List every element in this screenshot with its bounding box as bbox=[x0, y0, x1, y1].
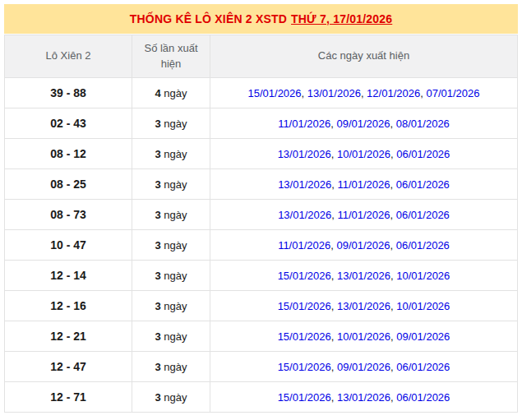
date-link[interactable]: 06/01/2026 bbox=[396, 178, 450, 191]
date-link[interactable]: 11/01/2026 bbox=[278, 118, 330, 130]
count-cell: 3 ngày bbox=[132, 108, 210, 139]
pair-cell: 10 - 47 bbox=[5, 230, 132, 261]
table-row: 08 - 73 3 ngày 13/01/2026, 11/01/2026, 0… bbox=[5, 200, 518, 230]
dates-cell: 15/01/2026, 13/01/2026, 12/01/2026, 07/0… bbox=[210, 78, 518, 108]
count-cell: 3 ngày bbox=[132, 382, 210, 413]
pair-cell: 12 - 16 bbox=[5, 291, 132, 321]
dates-cell: 13/01/2026, 11/01/2026, 06/01/2026 bbox=[210, 169, 518, 200]
date-link[interactable]: 11/01/2026 bbox=[337, 209, 390, 221]
date-link[interactable]: 09/01/2026 bbox=[336, 118, 390, 130]
date-link[interactable]: 09/01/2026 bbox=[396, 330, 450, 343]
date-link[interactable]: 13/01/2026 bbox=[278, 178, 331, 191]
date-link[interactable]: 13/01/2026 bbox=[307, 87, 361, 99]
dates-cell: 15/01/2026, 13/01/2026, 10/01/2026 bbox=[210, 291, 518, 321]
pair-cell: 39 - 88 bbox=[5, 78, 132, 108]
count-cell: 3 ngày bbox=[132, 291, 210, 321]
table-row: 10 - 47 3 ngày 11/01/2026, 09/01/2026, 0… bbox=[5, 230, 518, 261]
date-link[interactable]: 10/01/2026 bbox=[396, 270, 450, 282]
date-link[interactable]: 10/01/2026 bbox=[337, 148, 390, 160]
date-link[interactable]: 08/01/2026 bbox=[396, 118, 450, 130]
table-row: 12 - 21 3 ngày 15/01/2026, 10/01/2026, 0… bbox=[5, 321, 518, 352]
table-header-row: Lô Xiên 2 Số lần xuất hiện Các ngày xuất… bbox=[5, 35, 518, 78]
table-row: 12 - 14 3 ngày 15/01/2026, 13/01/2026, 1… bbox=[5, 261, 518, 291]
count-cell: 4 ngày bbox=[132, 78, 210, 108]
title-date-link[interactable]: THỨ 7, 17/01/2026 bbox=[291, 12, 392, 25]
pair-cell: 12 - 14 bbox=[5, 261, 132, 291]
dates-cell: 15/01/2026, 09/01/2026, 06/01/2026 bbox=[210, 352, 518, 382]
dates-cell: 13/01/2026, 11/01/2026, 06/01/2026 bbox=[210, 200, 518, 230]
date-link[interactable]: 06/01/2026 bbox=[396, 391, 450, 404]
table-row: 08 - 12 3 ngày 13/01/2026, 10/01/2026, 0… bbox=[5, 139, 518, 169]
date-link[interactable]: 13/01/2026 bbox=[278, 148, 331, 160]
date-link[interactable]: 09/01/2026 bbox=[336, 239, 390, 252]
page-title: THỐNG KÊ LÔ XIÊN 2 XSTDTHỨ 7, 17/01/2026 bbox=[4, 4, 518, 34]
page: THỐNG KÊ LÔ XIÊN 2 XSTDTHỨ 7, 17/01/2026… bbox=[0, 0, 522, 420]
date-link[interactable]: 13/01/2026 bbox=[337, 391, 390, 404]
date-link[interactable]: 11/01/2026 bbox=[278, 239, 330, 252]
count-cell: 3 ngày bbox=[132, 230, 210, 261]
dates-cell: 15/01/2026, 13/01/2026, 06/01/2026 bbox=[210, 382, 518, 413]
table-row: 12 - 47 3 ngày 15/01/2026, 09/01/2026, 0… bbox=[5, 352, 518, 382]
count-cell: 3 ngày bbox=[132, 139, 210, 169]
date-link[interactable]: 15/01/2026 bbox=[247, 87, 301, 99]
count-cell: 3 ngày bbox=[132, 261, 210, 291]
table-row: 12 - 71 3 ngày 15/01/2026, 13/01/2026, 0… bbox=[5, 382, 518, 413]
dates-cell: 15/01/2026, 10/01/2026, 09/01/2026 bbox=[210, 321, 518, 352]
date-link[interactable]: 11/01/2026 bbox=[337, 178, 390, 191]
date-link[interactable]: 10/01/2026 bbox=[396, 300, 450, 312]
date-link[interactable]: 15/01/2026 bbox=[278, 270, 331, 282]
pair-cell: 12 - 71 bbox=[5, 382, 132, 413]
date-link[interactable]: 06/01/2026 bbox=[396, 239, 450, 252]
date-link[interactable]: 07/01/2026 bbox=[426, 87, 479, 99]
date-link[interactable]: 13/01/2026 bbox=[278, 209, 331, 221]
date-link[interactable]: 13/01/2026 bbox=[337, 270, 390, 282]
date-link[interactable]: 12/01/2026 bbox=[367, 87, 420, 99]
pair-cell: 12 - 47 bbox=[5, 352, 132, 382]
dates-cell: 13/01/2026, 10/01/2026, 06/01/2026 bbox=[210, 139, 518, 169]
column-header-dates: Các ngày xuất hiện bbox=[210, 35, 518, 78]
date-link[interactable]: 10/01/2026 bbox=[337, 330, 390, 343]
count-cell: 3 ngày bbox=[132, 321, 210, 352]
date-link[interactable]: 15/01/2026 bbox=[278, 330, 331, 343]
count-cell: 3 ngày bbox=[132, 200, 210, 230]
title-text: THỐNG KÊ LÔ XIÊN 2 XSTD bbox=[130, 12, 287, 25]
date-link[interactable]: 13/01/2026 bbox=[337, 300, 390, 312]
statistics-table: Lô Xiên 2 Số lần xuất hiện Các ngày xuất… bbox=[4, 35, 518, 413]
date-link[interactable]: 06/01/2026 bbox=[396, 209, 450, 221]
date-link[interactable]: 06/01/2026 bbox=[396, 148, 450, 160]
date-link[interactable]: 15/01/2026 bbox=[278, 361, 331, 373]
table-row: 39 - 88 4 ngày 15/01/2026, 13/01/2026, 1… bbox=[5, 78, 518, 108]
table-row: 08 - 25 3 ngày 13/01/2026, 11/01/2026, 0… bbox=[5, 169, 518, 200]
count-cell: 3 ngày bbox=[132, 169, 210, 200]
dates-cell: 15/01/2026, 13/01/2026, 10/01/2026 bbox=[210, 261, 518, 291]
pair-cell: 08 - 25 bbox=[5, 169, 132, 200]
dates-cell: 11/01/2026, 09/01/2026, 08/01/2026 bbox=[210, 108, 518, 139]
date-link[interactable]: 15/01/2026 bbox=[278, 300, 331, 312]
dates-cell: 11/01/2026, 09/01/2026, 06/01/2026 bbox=[210, 230, 518, 261]
table-row: 12 - 16 3 ngày 15/01/2026, 13/01/2026, 1… bbox=[5, 291, 518, 321]
table-body: 39 - 88 4 ngày 15/01/2026, 13/01/2026, 1… bbox=[5, 78, 518, 413]
date-link[interactable]: 09/01/2026 bbox=[337, 361, 390, 373]
column-header-count: Số lần xuất hiện bbox=[132, 35, 210, 78]
count-cell: 3 ngày bbox=[132, 352, 210, 382]
pair-cell: 02 - 43 bbox=[5, 108, 132, 139]
date-link[interactable]: 06/01/2026 bbox=[396, 361, 450, 373]
pair-cell: 12 - 21 bbox=[5, 321, 132, 352]
pair-cell: 08 - 73 bbox=[5, 200, 132, 230]
table-row: 02 - 43 3 ngày 11/01/2026, 09/01/2026, 0… bbox=[5, 108, 518, 139]
date-link[interactable]: 15/01/2026 bbox=[278, 391, 331, 404]
pair-cell: 08 - 12 bbox=[5, 139, 132, 169]
column-header-pair: Lô Xiên 2 bbox=[5, 35, 132, 78]
